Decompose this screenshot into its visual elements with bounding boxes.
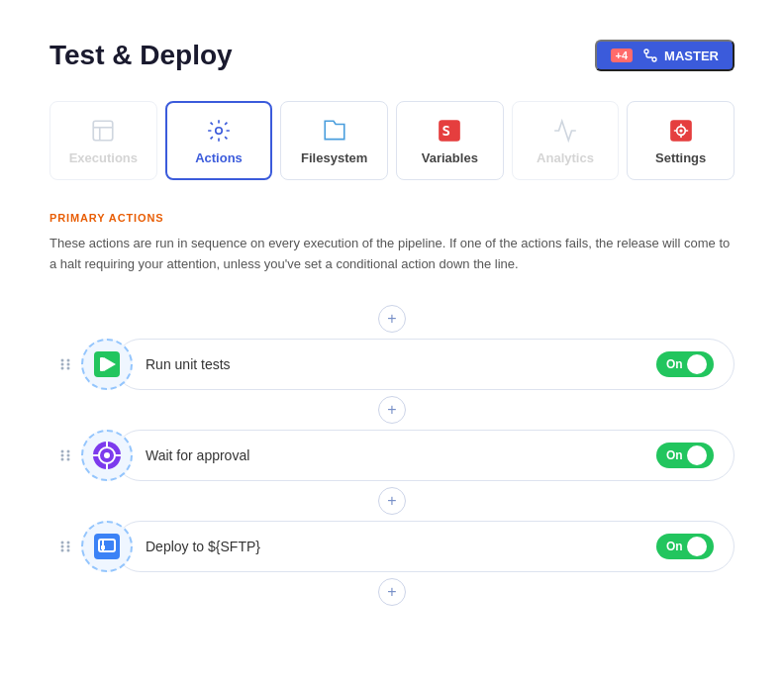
tab-executions[interactable]: Executions — [49, 101, 157, 180]
actions-icon — [205, 117, 233, 145]
svg-point-24 — [67, 453, 70, 456]
action-icon-2 — [88, 437, 126, 474]
svg-point-15 — [61, 366, 64, 369]
variables-icon: S — [436, 117, 463, 145]
add-action-button-2[interactable]: + — [378, 396, 406, 424]
drag-handle-2[interactable] — [49, 447, 81, 463]
svg-point-14 — [67, 362, 70, 365]
drag-handle-3[interactable] — [49, 539, 81, 554]
svg-point-37 — [67, 544, 70, 547]
notification-count: +4 — [611, 49, 634, 62]
tab-executions-label: Executions — [69, 150, 138, 165]
toggle-label-2: On — [666, 448, 683, 462]
toggle-label-3: On — [666, 540, 683, 553]
svg-point-1 — [652, 57, 656, 61]
tab-analytics-label: Analytics — [537, 150, 594, 165]
svg-point-26 — [67, 457, 70, 460]
svg-text:S: S — [442, 123, 450, 139]
add-action-button-3[interactable]: + — [378, 487, 406, 515]
toggle-2[interactable]: On — [656, 443, 714, 468]
tab-analytics[interactable]: Analytics — [512, 101, 620, 180]
tab-variables[interactable]: S Variables — [396, 101, 504, 180]
tab-actions[interactable]: Actions — [165, 101, 273, 180]
add-action-button-top[interactable]: + — [378, 305, 406, 333]
action-icon-wrapper-3 — [81, 521, 133, 572]
table-row: Run unit tests On — [49, 339, 735, 390]
svg-point-39 — [67, 548, 70, 551]
action-card-3: Deploy to ${SFTP} On — [115, 521, 735, 572]
action-icon-3 — [88, 528, 126, 565]
svg-point-23 — [61, 453, 64, 456]
toggle-knob-1 — [687, 354, 707, 374]
svg-rect-43 — [101, 545, 105, 549]
tab-settings-label: Settings — [655, 150, 706, 165]
svg-point-34 — [61, 541, 64, 543]
tab-variables-label: Variables — [422, 150, 478, 165]
svg-point-35 — [67, 541, 70, 543]
toggle-1[interactable]: On — [656, 351, 714, 377]
action-icon-1 — [88, 345, 126, 383]
tab-bar: Executions Actions Filesystem S Variable… — [49, 101, 735, 180]
drag-handle-1[interactable] — [49, 356, 81, 372]
page-header: Test & Deploy +4 MASTER — [49, 40, 735, 71]
svg-point-29 — [104, 452, 110, 458]
executions-icon — [89, 117, 117, 145]
tab-actions-label: Actions — [195, 150, 243, 165]
svg-point-5 — [216, 127, 223, 134]
analytics-icon — [551, 117, 579, 145]
svg-point-10 — [679, 129, 682, 132]
action-list: + R — [49, 299, 735, 612]
section-description: These actions are run in sequence on eve… — [49, 234, 735, 275]
svg-point-22 — [67, 449, 70, 452]
tab-filesystem[interactable]: Filesystem — [280, 101, 388, 180]
svg-point-25 — [61, 457, 64, 460]
action-icon-wrapper-2 — [81, 430, 133, 481]
action-name-3: Deploy to ${SFTP} — [146, 539, 260, 554]
tab-filesystem-label: Filesystem — [301, 150, 367, 165]
master-button[interactable]: +4 MASTER — [595, 40, 735, 71]
action-name-2: Wait for approval — [146, 447, 249, 463]
tab-settings[interactable]: Settings — [627, 101, 735, 180]
action-name-1: Run unit tests — [146, 356, 231, 372]
svg-point-16 — [67, 366, 70, 369]
svg-point-21 — [61, 449, 64, 452]
toggle-knob-3 — [687, 537, 707, 556]
table-row: Deploy to ${SFTP} On — [49, 521, 735, 572]
section-label: PRIMARY ACTIONS — [49, 212, 735, 224]
filesystem-icon — [321, 117, 348, 145]
toggle-knob-2 — [687, 445, 707, 465]
svg-rect-40 — [94, 534, 120, 559]
svg-point-38 — [61, 548, 64, 551]
primary-actions-section: PRIMARY ACTIONS These actions are run in… — [49, 212, 735, 612]
toggle-3[interactable]: On — [656, 534, 714, 559]
page-title: Test & Deploy — [49, 40, 233, 71]
svg-point-11 — [61, 358, 64, 361]
settings-icon — [667, 117, 695, 145]
svg-point-13 — [61, 362, 64, 365]
action-card-2: Wait for approval On — [115, 430, 735, 481]
action-icon-wrapper-1 — [81, 339, 133, 390]
svg-point-0 — [644, 49, 648, 53]
svg-point-36 — [61, 544, 64, 547]
branch-icon — [642, 48, 658, 63]
add-action-button-bottom[interactable]: + — [378, 578, 406, 606]
master-label: MASTER — [664, 49, 719, 63]
table-row: Wait for approval On — [49, 430, 735, 481]
svg-rect-2 — [94, 121, 114, 141]
svg-rect-19 — [100, 357, 104, 371]
svg-point-12 — [67, 358, 70, 361]
action-card-1: Run unit tests On — [115, 339, 735, 390]
toggle-label-1: On — [666, 357, 683, 371]
